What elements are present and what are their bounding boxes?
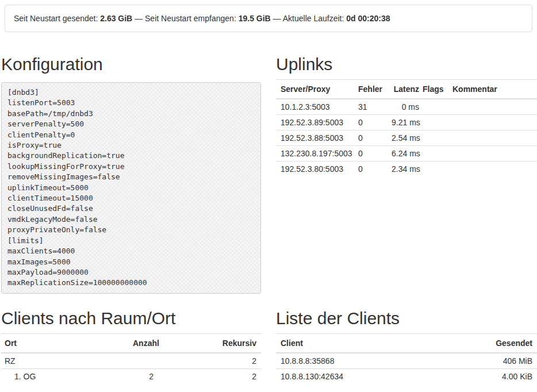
table-row: RZ2 <box>1 353 261 369</box>
table-row: 10.8.8.130:426344.00 KiB <box>276 368 537 384</box>
col-header-latenz: Latenz <box>387 80 421 99</box>
liste-der-clients-title: Liste der Clients <box>276 309 537 328</box>
table-cell: 10.1.2.3:5003 <box>276 99 354 115</box>
table-cell: 0 <box>354 115 387 130</box>
col-header-gesendet: Gesendet <box>468 333 537 353</box>
col-header-kommentar: Kommentar <box>448 80 537 99</box>
table-cell: 9.21 ms <box>387 115 421 130</box>
uplinks-table: Server/Proxy Fehler Latenz Flags Komment… <box>276 79 537 176</box>
section-uplinks: Uplinks Server/Proxy Fehler Latenz Flags… <box>276 32 537 294</box>
section-clients-nach-raum: Clients nach Raum/Ort Ort Anzahl Rekursi… <box>1 294 261 390</box>
table-cell: 406 MiB <box>468 353 537 369</box>
table-cell <box>421 162 448 177</box>
table-cell: 192.52.3.89:5003 <box>276 115 354 130</box>
table-cell <box>421 130 448 146</box>
table-cell: 2 <box>131 368 159 384</box>
content-row-1: Konfiguration [dnbd3] listenPort=5003 ba… <box>0 32 537 294</box>
col-header-flags: Flags <box>421 80 448 99</box>
separator: — <box>273 14 281 23</box>
clients-nach-raum-title: Clients nach Raum/Ort <box>1 309 261 328</box>
table-cell <box>421 146 448 162</box>
sent-value: 2.63 GiB <box>100 14 132 23</box>
section-liste-der-clients: Liste der Clients Client Gesendet 10.8.8… <box>276 294 537 390</box>
col-header-server-proxy: Server/Proxy <box>276 80 354 99</box>
config-text-block: [dnbd3] listenPort=5003 basePath=/tmp/dn… <box>1 82 261 294</box>
table-cell: 4.00 KiB <box>468 368 537 384</box>
table-cell <box>421 115 448 130</box>
table-cell: 0 ms <box>387 99 421 115</box>
table-cell: 1. OG <box>1 368 131 384</box>
col-header-ort: Ort <box>1 333 131 353</box>
clients-nach-raum-table: Ort Anzahl Rekursiv RZ21. OG22 <box>1 333 261 384</box>
table-cell: 0 <box>354 130 387 146</box>
uplinks-title: Uplinks <box>276 55 537 74</box>
table-cell <box>448 115 537 130</box>
table-cell: 31 <box>354 99 387 115</box>
table-cell <box>131 353 159 369</box>
uplinks-header-row: Server/Proxy Fehler Latenz Flags Komment… <box>276 80 537 99</box>
table-row: 192.52.3.80:500302.34 ms <box>276 162 537 177</box>
col-header-fehler: Fehler <box>354 80 387 99</box>
uptime-value: 0d 00:20:38 <box>346 14 390 23</box>
sent-label: Seit Neustart gesendet: <box>14 14 98 23</box>
received-label: Seit Neustart empfangen: <box>145 14 236 23</box>
clients-header-row: Client Gesendet <box>276 333 537 353</box>
table-cell <box>421 99 448 115</box>
table-cell <box>448 162 537 177</box>
separator: — <box>135 14 143 23</box>
table-cell: 192.52.3.80:5003 <box>276 162 354 177</box>
table-cell <box>448 99 537 115</box>
table-cell: 192.52.3.88:5003 <box>276 130 354 146</box>
table-cell: 2.34 ms <box>387 162 421 177</box>
col-header-rekursiv: Rekursiv <box>159 333 261 353</box>
orte-header-row: Ort Anzahl Rekursiv <box>1 333 261 353</box>
table-row: 10.1.2.3:5003310 ms <box>276 99 537 115</box>
table-cell: 2 <box>159 368 261 384</box>
table-cell: 10.8.8.8:35868 <box>276 353 468 369</box>
table-row: 192.52.3.89:500309.21 ms <box>276 115 537 130</box>
table-cell: RZ <box>1 353 131 369</box>
table-cell: 2.54 ms <box>387 130 421 146</box>
received-value: 19.5 GiB <box>239 14 271 23</box>
uptime-label: Aktuelle Laufzeit: <box>283 14 344 23</box>
section-konfiguration: Konfiguration [dnbd3] listenPort=5003 ba… <box>1 32 261 294</box>
client-list-table: Client Gesendet 10.8.8.8:35868406 MiB10.… <box>276 333 537 384</box>
table-cell: 2 <box>159 353 261 369</box>
table-cell: 6.24 ms <box>387 146 421 162</box>
col-header-client: Client <box>276 333 468 353</box>
table-row: 132.230.8.197:500306.24 ms <box>276 146 537 162</box>
table-cell: 0 <box>354 146 387 162</box>
table-row: 1. OG22 <box>1 368 261 384</box>
table-row: 10.8.8.8:35868406 MiB <box>276 353 537 369</box>
table-cell <box>448 130 537 146</box>
table-row: 192.52.3.88:500302.54 ms <box>276 130 537 146</box>
konfiguration-title: Konfiguration <box>1 55 261 74</box>
col-header-anzahl: Anzahl <box>131 333 159 353</box>
status-panel: Seit Neustart gesendet: 2.63 GiB — Seit … <box>5 5 532 32</box>
content-row-2: Clients nach Raum/Ort Ort Anzahl Rekursi… <box>0 294 537 390</box>
table-cell: 132.230.8.197:5003 <box>276 146 354 162</box>
table-cell: 10.8.8.130:42634 <box>276 368 468 384</box>
table-cell: 0 <box>354 162 387 177</box>
table-cell <box>448 146 537 162</box>
